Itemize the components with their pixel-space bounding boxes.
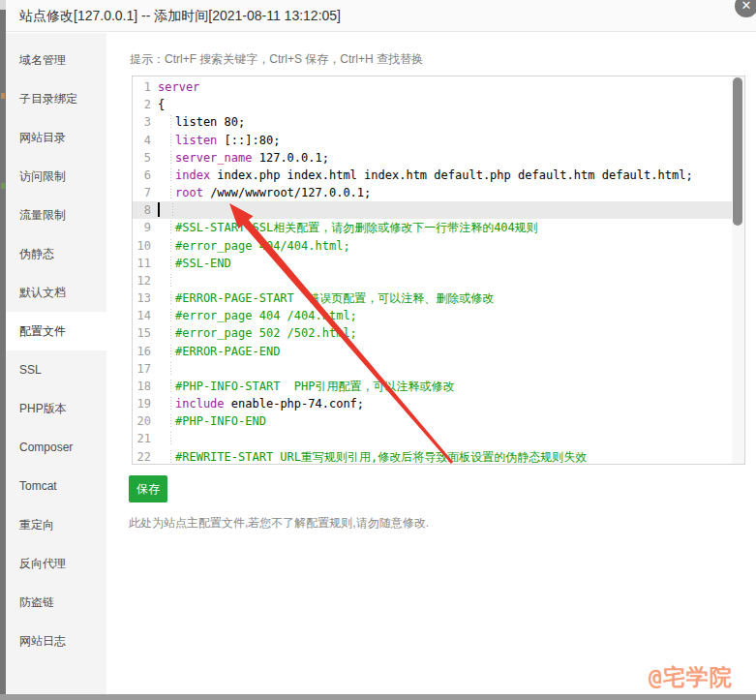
modal-titlebar: 站点修改[127.0.0.1] -- 添加时间[2021-08-11 13:12… <box>6 0 756 32</box>
line-number: 11 <box>133 255 154 272</box>
code-segment-com: #error_page 502 /502.html; <box>175 326 357 340</box>
indent-guide <box>158 255 175 272</box>
code-segment-com: #REWRITE-START URL重写规则引用,修改后将导致面板设置的伪静态规… <box>175 450 587 464</box>
line-content <box>154 272 732 289</box>
code-segment-kw: index <box>175 168 210 182</box>
line-number: 3 <box>133 113 154 131</box>
code-segment-com: #SSL-START SSL相关配置，请勿删除或修改下一行带注释的404规则 <box>175 221 538 234</box>
sidebar-item-网站日志[interactable]: 网站日志 <box>6 622 106 660</box>
line-number: 6 <box>133 167 154 184</box>
line-number: 17 <box>133 360 154 378</box>
sidebar-item-Tomcat[interactable]: Tomcat <box>6 467 106 505</box>
code-lines: 1server2{3listen 80;4listen [::]:80;5ser… <box>133 76 732 466</box>
code-segment-kw: listen <box>175 134 217 147</box>
line-content: #PHP-INFO-START PHP引用配置，可以注释或修改 <box>154 378 732 395</box>
code-segment-plain: enable-php-74.conf; <box>225 397 365 411</box>
code-line-1: 1server <box>133 78 732 96</box>
site-settings-modal: 站点修改[127.0.0.1] -- 添加时间[2021-08-11 13:12… <box>6 0 756 694</box>
code-segment-com: #ERROR-PAGE-START 错误页配置，可以注释、删除或修改 <box>175 291 494 305</box>
sidebar-item-伪静态[interactable]: 伪静态 <box>6 234 106 273</box>
code-line-19: 19include enable-php-74.conf; <box>133 395 732 412</box>
line-number: 18 <box>133 378 154 395</box>
line-number: 22 <box>133 448 154 466</box>
line-content <box>154 430 732 447</box>
modal-title: 站点修改[127.0.0.1] -- 添加时间[2021-08-11 13:12… <box>19 0 341 32</box>
code-line-18: 18#PHP-INFO-START PHP引用配置，可以注释或修改 <box>133 378 732 395</box>
line-number: 1 <box>133 78 154 96</box>
line-content: root /www/wwwroot/127.0.0.1; <box>154 184 732 201</box>
line-number: 9 <box>133 219 154 236</box>
editor-scrollbar-thumb[interactable] <box>733 77 742 226</box>
code-line-7: 7root /www/wwwroot/127.0.0.1; <box>133 184 732 201</box>
indent-guide <box>158 237 175 255</box>
code-segment-com: #SSL-END <box>175 257 231 270</box>
shortcut-tip: 提示：Ctrl+F 搜索关键字，Ctrl+S 保存，Ctrl+H 查找替换 <box>130 51 423 68</box>
indent-guide <box>158 360 175 378</box>
sidebar-item-默认文档[interactable]: 默认文档 <box>6 273 106 312</box>
sidebar-item-PHP版本[interactable]: PHP版本 <box>6 389 106 428</box>
indent-guide <box>158 430 175 447</box>
code-line-11: 11#SSL-END <box>133 255 732 272</box>
line-number: 7 <box>133 184 154 201</box>
line-content: #error_page 502 /502.html; <box>154 324 732 342</box>
line-content: server <box>154 78 732 96</box>
indent-guide <box>158 272 175 289</box>
line-content: include enable-php-74.conf; <box>154 395 732 412</box>
line-content: listen [::]:80; <box>154 132 732 149</box>
code-segment-plain: 127.0.0.1; <box>252 151 328 165</box>
sidebar-item-反向代理[interactable]: 反向代理 <box>6 544 106 583</box>
sidebar-item-网站目录[interactable]: 网站目录 <box>6 118 106 157</box>
line-content: #SSL-START SSL相关配置，请勿删除或修改下一行带注释的404规则 <box>154 219 732 236</box>
indent-guide <box>158 167 175 184</box>
code-segment-plain: listen 80; <box>175 115 245 129</box>
indent-guide <box>158 113 175 131</box>
indent-guide <box>158 324 175 342</box>
line-number: 5 <box>133 149 154 167</box>
sidebar-item-Composer[interactable]: Composer <box>6 428 106 467</box>
line-number: 16 <box>133 343 154 360</box>
line-number: 15 <box>133 324 154 342</box>
indent-guide <box>160 201 177 219</box>
indent-guide <box>158 132 175 149</box>
code-line-21: 21 <box>133 430 732 447</box>
indent-guide <box>158 448 175 466</box>
code-segment-plain: /www/wwwroot/127.0.0.1; <box>203 186 371 199</box>
code-line-8: 8 <box>133 201 732 219</box>
code-segment-com: #PHP-INFO-END <box>175 414 266 428</box>
indent-guide <box>158 184 175 201</box>
sidebar-item-域名管理[interactable]: 域名管理 <box>6 41 106 79</box>
indent-guide <box>158 289 175 307</box>
line-number: 2 <box>133 96 154 113</box>
config-file-editor[interactable]: 1server2{3listen 80;4listen [::]:80;5ser… <box>132 76 745 465</box>
save-button[interactable]: 保存 <box>129 475 167 502</box>
sidebar-item-访问限制[interactable]: 访问限制 <box>6 157 106 196</box>
code-line-22: 22#REWRITE-START URL重写规则引用,修改后将导致面板设置的伪静… <box>133 448 732 466</box>
code-segment-com: #ERROR-PAGE-END <box>175 345 280 358</box>
page-edge-green-speck <box>1 183 5 189</box>
code-segment-plain: index.php index.html index.htm default.p… <box>210 168 693 182</box>
sidebar-menu: 域名管理子目录绑定网站目录访问限制流量限制伪静态默认文档配置文件SSLPHP版本… <box>6 33 106 694</box>
indent-guide <box>158 149 175 167</box>
indent-guide <box>158 395 175 412</box>
line-content: #REWRITE-START URL重写规则引用,修改后将导致面板设置的伪静态规… <box>154 448 732 466</box>
line-content: #error_page 404 /404.html; <box>154 307 732 324</box>
code-line-17: 17 <box>133 360 732 378</box>
sidebar-item-子目录绑定[interactable]: 子目录绑定 <box>6 79 106 118</box>
code-line-2: 2{ <box>133 96 732 113</box>
sidebar-item-流量限制[interactable]: 流量限制 <box>6 196 106 234</box>
line-number: 10 <box>133 237 154 255</box>
line-content: index index.php index.html index.htm def… <box>154 167 732 184</box>
line-content: #PHP-INFO-END <box>154 412 732 430</box>
sidebar-item-配置文件[interactable]: 配置文件 <box>6 312 106 350</box>
line-number: 21 <box>133 430 154 447</box>
editor-scrollbar[interactable] <box>732 76 744 464</box>
sidebar-item-防盗链[interactable]: 防盗链 <box>6 583 106 622</box>
line-content: #SSL-END <box>154 255 732 272</box>
code-segment-kw: include <box>175 397 225 411</box>
code-segment-plain: { <box>158 98 165 111</box>
code-line-20: 20#PHP-INFO-END <box>133 412 732 430</box>
sidebar-item-重定向[interactable]: 重定向 <box>6 505 106 544</box>
sidebar-item-SSL[interactable]: SSL <box>6 350 106 389</box>
code-line-3: 3listen 80; <box>133 113 732 131</box>
line-content: #ERROR-PAGE-START 错误页配置，可以注释、删除或修改 <box>154 289 732 307</box>
